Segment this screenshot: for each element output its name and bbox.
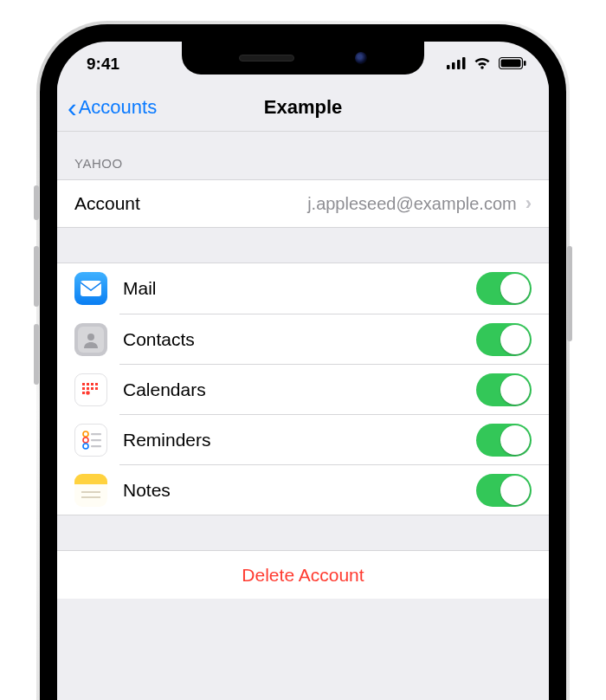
svg-rect-25 [91, 445, 101, 447]
service-label: Reminders [123, 430, 476, 450]
toggle-reminders[interactable] [476, 424, 532, 457]
back-button[interactable]: ‹ Accounts [68, 83, 157, 131]
service-label: Contacts [123, 329, 476, 350]
account-row-value: j.appleseed@example.com [140, 194, 517, 214]
delete-account-label: Delete Account [242, 565, 364, 586]
battery-icon [499, 55, 526, 74]
svg-rect-16 [91, 387, 93, 390]
svg-rect-8 [81, 281, 101, 296]
service-row-calendars: Calendars [119, 364, 549, 414]
status-time: 9:41 [87, 55, 119, 74]
svg-point-20 [83, 431, 88, 437]
toggle-mail[interactable] [476, 272, 532, 305]
account-row-label: Account [74, 193, 140, 214]
device-mute-switch [34, 185, 39, 220]
calendar-icon [74, 373, 107, 406]
back-label: Accounts [79, 96, 158, 119]
chevron-right-icon: › [525, 192, 532, 215]
toggle-contacts[interactable] [476, 323, 532, 356]
screen: 9:41 ‹ [57, 42, 549, 700]
svg-rect-3 [462, 57, 466, 69]
svg-rect-18 [82, 392, 85, 394]
svg-point-4 [480, 66, 484, 69]
device-side-button [567, 246, 572, 341]
service-label: Mail [123, 278, 476, 299]
service-row-mail: Mail [57, 263, 549, 314]
svg-rect-6 [501, 60, 521, 68]
svg-rect-0 [447, 65, 450, 69]
device-volume-down [34, 324, 39, 385]
toggle-notes[interactable] [476, 474, 532, 507]
delete-account-button[interactable]: Delete Account [57, 550, 549, 599]
service-row-contacts: Contacts [119, 314, 549, 364]
svg-rect-17 [95, 387, 98, 390]
account-row[interactable]: Account j.appleseed@example.com › [57, 179, 549, 228]
cellular-icon [447, 55, 466, 74]
svg-rect-23 [91, 439, 101, 441]
device-frame: 9:41 ‹ [36, 21, 570, 700]
svg-rect-1 [452, 62, 455, 69]
wifi-icon [473, 55, 492, 74]
chevron-left-icon: ‹ [68, 94, 77, 121]
contacts-icon [74, 323, 107, 356]
svg-rect-13 [95, 383, 98, 386]
service-row-notes: Notes [119, 464, 549, 515]
page-title: Example [264, 96, 343, 119]
svg-point-24 [83, 444, 88, 449]
svg-rect-14 [82, 387, 85, 390]
service-label: Notes [123, 480, 476, 501]
svg-rect-15 [87, 387, 89, 390]
svg-point-19 [86, 391, 90, 395]
notes-icon [74, 474, 107, 507]
mail-icon [74, 272, 107, 305]
section-header-account: YAHOO [57, 132, 549, 179]
nav-bar: ‹ Accounts Example [57, 83, 549, 132]
device-volume-up [34, 246, 39, 307]
svg-rect-12 [91, 383, 93, 386]
status-bar: 9:41 [57, 45, 549, 83]
services-list: Mail Contacts [57, 262, 549, 515]
svg-rect-21 [91, 433, 101, 435]
reminders-icon [74, 424, 107, 457]
svg-rect-2 [457, 60, 461, 69]
svg-rect-11 [87, 383, 89, 386]
service-row-reminders: Reminders [119, 414, 549, 464]
svg-point-22 [83, 438, 88, 443]
svg-rect-7 [524, 61, 526, 66]
svg-rect-10 [82, 383, 85, 386]
service-label: Calendars [123, 379, 476, 400]
svg-point-9 [87, 334, 94, 340]
toggle-calendars[interactable] [476, 373, 532, 406]
